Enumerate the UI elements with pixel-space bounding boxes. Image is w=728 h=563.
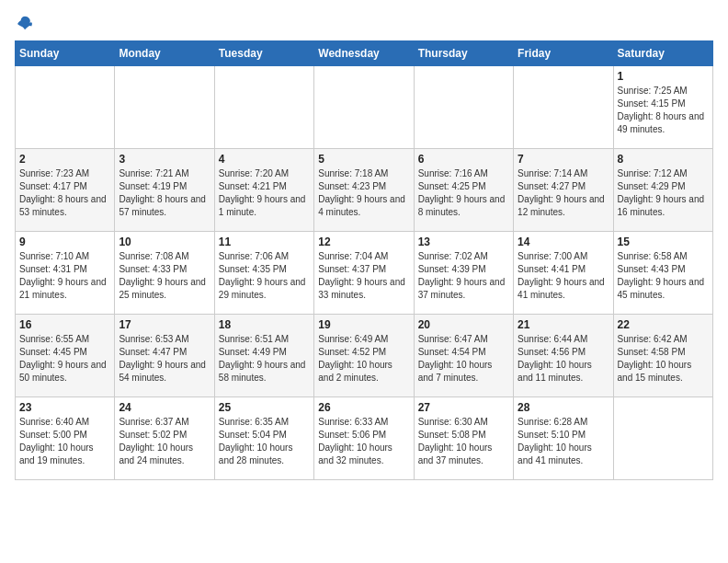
day-cell: 1Sunrise: 7:25 AM Sunset: 4:15 PM Daylig…: [613, 66, 712, 149]
day-cell: 22Sunrise: 6:42 AM Sunset: 4:58 PM Dayli…: [613, 315, 712, 397]
day-info: Sunrise: 6:44 AM Sunset: 4:56 PM Dayligh…: [518, 333, 609, 385]
day-cell: 4Sunrise: 7:20 AM Sunset: 4:21 PM Daylig…: [214, 149, 313, 232]
day-number: 2: [19, 153, 110, 166]
day-number: 17: [119, 318, 210, 331]
day-cell: 10Sunrise: 7:08 AM Sunset: 4:33 PM Dayli…: [115, 232, 214, 315]
day-cell: 12Sunrise: 7:04 AM Sunset: 4:37 PM Dayli…: [314, 232, 414, 315]
day-info: Sunrise: 6:28 AM Sunset: 5:10 PM Dayligh…: [518, 416, 609, 467]
day-number: 8: [618, 153, 709, 166]
day-cell: 26Sunrise: 6:33 AM Sunset: 5:06 PM Dayli…: [314, 397, 414, 480]
day-info: Sunrise: 6:58 AM Sunset: 4:43 PM Dayligh…: [618, 250, 709, 302]
day-number: 23: [19, 401, 110, 414]
weekday-header-friday: Friday: [514, 41, 613, 66]
day-number: 25: [219, 401, 310, 414]
day-info: Sunrise: 7:02 AM Sunset: 4:39 PM Dayligh…: [418, 250, 509, 302]
day-cell: 2Sunrise: 7:23 AM Sunset: 4:17 PM Daylig…: [16, 149, 115, 232]
day-info: Sunrise: 6:40 AM Sunset: 5:00 PM Dayligh…: [19, 416, 110, 467]
day-cell: 7Sunrise: 7:14 AM Sunset: 4:27 PM Daylig…: [514, 149, 613, 232]
week-row-3: 9Sunrise: 7:10 AM Sunset: 4:31 PM Daylig…: [16, 232, 713, 315]
day-cell: 6Sunrise: 7:16 AM Sunset: 4:25 PM Daylig…: [414, 149, 513, 232]
day-cell: 17Sunrise: 6:53 AM Sunset: 4:47 PM Dayli…: [115, 315, 214, 397]
day-cell: 25Sunrise: 6:35 AM Sunset: 5:04 PM Dayli…: [214, 397, 313, 480]
day-number: 15: [618, 236, 709, 248]
day-info: Sunrise: 7:12 AM Sunset: 4:29 PM Dayligh…: [618, 167, 709, 219]
day-info: Sunrise: 7:20 AM Sunset: 4:21 PM Dayligh…: [219, 167, 310, 219]
day-number: 4: [219, 153, 310, 166]
day-cell: 23Sunrise: 6:40 AM Sunset: 5:00 PM Dayli…: [16, 397, 115, 480]
day-cell: 24Sunrise: 6:37 AM Sunset: 5:02 PM Dayli…: [115, 397, 214, 480]
day-cell: 13Sunrise: 7:02 AM Sunset: 4:39 PM Dayli…: [414, 232, 513, 315]
day-cell: 15Sunrise: 6:58 AM Sunset: 4:43 PM Dayli…: [613, 232, 712, 315]
day-number: 19: [318, 318, 409, 331]
day-cell: 3Sunrise: 7:21 AM Sunset: 4:19 PM Daylig…: [115, 149, 214, 232]
day-cell: 19Sunrise: 6:49 AM Sunset: 4:52 PM Dayli…: [314, 315, 414, 397]
day-number: 6: [418, 153, 509, 166]
day-info: Sunrise: 7:04 AM Sunset: 4:37 PM Dayligh…: [318, 250, 409, 302]
day-number: 12: [318, 236, 409, 248]
day-cell: 18Sunrise: 6:51 AM Sunset: 4:49 PM Dayli…: [214, 315, 313, 397]
day-number: 14: [518, 236, 609, 248]
day-number: 27: [418, 401, 509, 414]
day-cell: 16Sunrise: 6:55 AM Sunset: 4:45 PM Dayli…: [16, 315, 115, 397]
day-info: Sunrise: 6:42 AM Sunset: 4:58 PM Dayligh…: [618, 333, 709, 385]
weekday-header-thursday: Thursday: [414, 41, 513, 66]
page-header: [15, 15, 713, 31]
day-number: 28: [518, 401, 609, 414]
weekday-header-tuesday: Tuesday: [214, 41, 313, 66]
day-cell: 28Sunrise: 6:28 AM Sunset: 5:10 PM Dayli…: [514, 397, 613, 480]
day-number: 24: [119, 401, 210, 414]
weekday-header-sunday: Sunday: [16, 41, 115, 66]
day-number: 5: [318, 153, 409, 166]
day-number: 13: [418, 236, 509, 248]
day-number: 26: [318, 401, 409, 414]
week-row-1: 1Sunrise: 7:25 AM Sunset: 4:15 PM Daylig…: [16, 66, 713, 149]
day-info: Sunrise: 6:35 AM Sunset: 5:04 PM Dayligh…: [219, 416, 310, 467]
day-info: Sunrise: 6:37 AM Sunset: 5:02 PM Dayligh…: [119, 416, 210, 467]
day-info: Sunrise: 7:00 AM Sunset: 4:41 PM Dayligh…: [518, 250, 609, 302]
day-cell: [214, 66, 313, 149]
day-info: Sunrise: 6:49 AM Sunset: 4:52 PM Dayligh…: [318, 333, 409, 385]
day-number: 22: [618, 318, 709, 331]
day-info: Sunrise: 7:10 AM Sunset: 4:31 PM Dayligh…: [19, 250, 110, 302]
day-cell: 8Sunrise: 7:12 AM Sunset: 4:29 PM Daylig…: [613, 149, 712, 232]
day-number: 16: [19, 318, 110, 331]
day-info: Sunrise: 7:14 AM Sunset: 4:27 PM Dayligh…: [518, 167, 609, 219]
day-number: 20: [418, 318, 509, 331]
day-info: Sunrise: 6:51 AM Sunset: 4:49 PM Dayligh…: [219, 333, 310, 385]
day-info: Sunrise: 7:08 AM Sunset: 4:33 PM Dayligh…: [119, 250, 210, 302]
day-cell: [314, 66, 414, 149]
day-number: 10: [119, 236, 210, 248]
logo-bird-icon: [17, 15, 33, 31]
calendar-table: SundayMondayTuesdayWednesdayThursdayFrid…: [15, 40, 713, 480]
day-cell: 14Sunrise: 7:00 AM Sunset: 4:41 PM Dayli…: [514, 232, 613, 315]
logo: [15, 15, 33, 31]
weekday-header-saturday: Saturday: [613, 41, 712, 66]
weekday-header-row: SundayMondayTuesdayWednesdayThursdayFrid…: [16, 41, 713, 66]
day-number: 9: [19, 236, 110, 248]
day-info: Sunrise: 6:30 AM Sunset: 5:08 PM Dayligh…: [418, 416, 509, 467]
day-number: 18: [219, 318, 310, 331]
day-cell: 5Sunrise: 7:18 AM Sunset: 4:23 PM Daylig…: [314, 149, 414, 232]
day-info: Sunrise: 7:25 AM Sunset: 4:15 PM Dayligh…: [618, 85, 709, 136]
day-info: Sunrise: 6:47 AM Sunset: 4:54 PM Dayligh…: [418, 333, 509, 385]
weekday-header-wednesday: Wednesday: [314, 41, 414, 66]
day-info: Sunrise: 7:21 AM Sunset: 4:19 PM Dayligh…: [119, 167, 210, 219]
day-cell: [115, 66, 214, 149]
day-number: 3: [119, 153, 210, 166]
day-cell: 20Sunrise: 6:47 AM Sunset: 4:54 PM Dayli…: [414, 315, 513, 397]
week-row-5: 23Sunrise: 6:40 AM Sunset: 5:00 PM Dayli…: [16, 397, 713, 480]
day-cell: 11Sunrise: 7:06 AM Sunset: 4:35 PM Dayli…: [214, 232, 313, 315]
day-cell: 27Sunrise: 6:30 AM Sunset: 5:08 PM Dayli…: [414, 397, 513, 480]
week-row-4: 16Sunrise: 6:55 AM Sunset: 4:45 PM Dayli…: [16, 315, 713, 397]
day-info: Sunrise: 7:18 AM Sunset: 4:23 PM Dayligh…: [318, 167, 409, 219]
day-info: Sunrise: 7:06 AM Sunset: 4:35 PM Dayligh…: [219, 250, 310, 302]
day-number: 21: [518, 318, 609, 331]
week-row-2: 2Sunrise: 7:23 AM Sunset: 4:17 PM Daylig…: [16, 149, 713, 232]
day-number: 1: [618, 70, 709, 83]
day-number: 7: [518, 153, 609, 166]
day-cell: [16, 66, 115, 149]
day-cell: [414, 66, 513, 149]
day-info: Sunrise: 6:33 AM Sunset: 5:06 PM Dayligh…: [318, 416, 409, 467]
day-number: 11: [219, 236, 310, 248]
day-cell: [613, 397, 712, 480]
